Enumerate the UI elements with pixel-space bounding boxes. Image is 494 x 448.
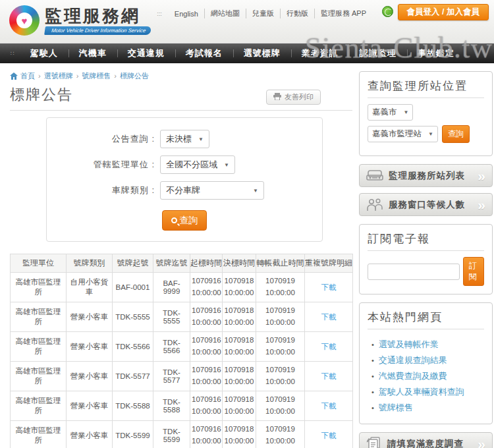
- utility-nav-link[interactable]: 網站地圖: [204, 9, 246, 18]
- table-row: 高雄市區監理所 自用小客貨車 BAF-0001 BAF-9999 1070916…: [11, 273, 353, 302]
- plate-from-cell: TDK-5566: [113, 332, 153, 362]
- station-select[interactable]: 嘉義市監理站 ▼: [368, 126, 438, 142]
- announcement-query-form: 公告查詢 : 未決標 ▼ 管轄監理單位 : 全國不分區域 ▼ 車牌類別 :: [46, 117, 323, 242]
- announcement-label: 公告查詢 :: [47, 133, 160, 145]
- table-header-cell: 決標時間: [223, 254, 256, 273]
- hot-page-link[interactable]: 號牌標售: [371, 400, 484, 416]
- transfer-deadline-cell: 1070919 10:00:00: [256, 391, 305, 421]
- download-link[interactable]: 下載: [321, 432, 337, 439]
- download-link[interactable]: 下載: [321, 343, 337, 350]
- chevron-down-icon: ▼: [428, 131, 433, 137]
- utility-nav-link[interactable]: 兒童版: [246, 9, 280, 18]
- station-list-button[interactable]: 監理服務所站列表 »: [359, 164, 493, 187]
- plate-from-cell: BAF-0001: [113, 273, 153, 302]
- egov-globe-icon[interactable]: [382, 6, 393, 17]
- sidebar: 查詢監理所站位置 嘉義市 ▼ 嘉義市監理站 ▼ 查詢: [359, 71, 493, 448]
- transfer-deadline-cell: 1070919 10:00:00: [256, 421, 305, 448]
- plate-from-cell: TDK-5588: [113, 391, 153, 421]
- download-cell: 下載: [305, 421, 353, 448]
- utility-nav-link[interactable]: English: [169, 10, 204, 18]
- hot-page-link[interactable]: 選號及轉帳作業: [371, 337, 484, 352]
- table-header-cell: 號牌迄號: [153, 254, 190, 273]
- people-icon: [366, 198, 383, 211]
- hot-page-link[interactable]: 駕駛人及車輛資料查詢: [371, 384, 484, 400]
- plate-to-cell: TDK-5577: [153, 362, 190, 391]
- logo-title: 監理服務網: [45, 7, 151, 26]
- plate-from-cell: TDK-5599: [113, 421, 153, 448]
- member-login-button[interactable]: 會員登入 / 加入會員: [398, 4, 489, 20]
- unit-cell: 高雄市區監理所: [11, 421, 67, 448]
- chevron-down-icon: ▼: [198, 136, 204, 142]
- waiting-count-button[interactable]: 服務窗口等候人數 »: [359, 193, 493, 216]
- unit-cell: 高雄市區監理所: [11, 362, 67, 391]
- start-time-cell: 1070916 10:00:00: [190, 421, 223, 448]
- newsletter-subscribe-button[interactable]: 訂閱: [463, 257, 484, 286]
- start-time-cell: 1070916 10:00:00: [190, 391, 223, 421]
- breadcrumb-item[interactable]: 號牌標售: [73, 71, 111, 81]
- table-row: 高雄市區監理所 營業小客車 TDK-5599 TDK-5599 1070916 …: [11, 421, 353, 448]
- main-nav-item[interactable]: 交通違規: [117, 47, 175, 59]
- plate-type-cell: 自用小客貨車: [67, 273, 113, 302]
- table-header-row: 監理單位號牌類別號牌起號號牌迄號起標時間決標時間轉帳截止時間重複號牌明細: [11, 254, 353, 273]
- download-link[interactable]: 下載: [321, 313, 337, 321]
- station-lookup-box: 查詢監理所站位置 嘉義市 ▼ 嘉義市監理站 ▼ 查詢: [359, 71, 493, 156]
- main-nav-item[interactable]: 事故鑑定: [407, 47, 465, 59]
- query-submit-button[interactable]: 查詢: [162, 210, 207, 231]
- transfer-deadline-cell: 1070919 10:00:00: [256, 332, 305, 362]
- bid-time-cell: 1070918 10:00:00: [223, 332, 256, 362]
- site-logo[interactable]: ♥ 監理服務網 Motor Vehicle Driver Information…: [9, 5, 151, 36]
- plate-type-cell: 營業小客車: [67, 362, 113, 391]
- chevron-right-icon: »: [478, 437, 485, 448]
- newsletter-email-input[interactable]: [368, 264, 460, 280]
- main-nav-item[interactable]: 業者資訊: [291, 47, 349, 59]
- breadcrumb-item[interactable]: 標牌公告: [111, 71, 149, 81]
- unit-cell: 高雄市區監理所: [11, 273, 67, 302]
- table-header-cell: 重複號牌明細: [305, 254, 353, 273]
- satisfaction-survey-button[interactable]: 請填寫滿意度調查 »: [359, 432, 493, 448]
- utility-nav-link[interactable]: 行動版: [280, 9, 314, 18]
- city-select[interactable]: 嘉義市 ▼: [368, 104, 413, 121]
- breadcrumb: 首頁選號標牌號牌標售標牌公告: [10, 71, 352, 81]
- download-link[interactable]: 下載: [321, 283, 337, 291]
- bid-time-cell: 1070918 10:00:00: [223, 421, 256, 448]
- breadcrumb-item[interactable]: 首頁: [20, 71, 35, 81]
- plate-to-cell: TDK-5588: [153, 391, 190, 421]
- plate-to-cell: TDK-5566: [153, 332, 190, 362]
- chevron-right-icon: »: [478, 169, 485, 182]
- main-nav-item[interactable]: 汽機車: [69, 47, 117, 59]
- table-header-cell: 號牌起號: [113, 254, 153, 273]
- announcement-select[interactable]: 未決標 ▼: [160, 130, 209, 148]
- newsletter-title: 訂閱電子報: [368, 231, 484, 251]
- bid-time-cell: 1070918 10:00:00: [223, 273, 256, 302]
- logo-pinwheel-icon: ♥: [9, 5, 40, 36]
- breadcrumb-item[interactable]: 選號標牌: [35, 71, 73, 81]
- unit-select[interactable]: 全國不分區域 ▼: [160, 155, 235, 174]
- main-nav: ∷ 駕駛人汽機車交通違規考試報名選號標牌業者資訊認識監理事故鑑定: [0, 43, 494, 63]
- hot-page-link[interactable]: 汽燃費查詢及繳費: [371, 368, 484, 384]
- main-nav-item[interactable]: 駕駛人: [20, 47, 69, 59]
- table-header-cell: 轉帳截止時間: [256, 254, 305, 273]
- main-nav-item[interactable]: 考試報名: [175, 47, 233, 59]
- print-button[interactable]: 友善列印: [266, 90, 321, 105]
- download-cell: 下載: [305, 302, 353, 332]
- home-icon[interactable]: [10, 72, 18, 80]
- download-link[interactable]: 下載: [321, 402, 337, 410]
- logo-subtitle: Motor Vehicle Driver Information Service: [44, 26, 151, 35]
- main-nav-item[interactable]: 選號標牌: [233, 47, 291, 59]
- table-row: 高雄市區監理所 營業小客車 TDK-5577 TDK-5577 1070916 …: [11, 362, 353, 391]
- main-nav-item[interactable]: 認識監理: [349, 47, 407, 59]
- chevron-right-icon: »: [478, 198, 485, 211]
- station-lookup-title: 查詢監理所站位置: [368, 78, 484, 98]
- table-header-cell: 監理單位: [11, 254, 67, 273]
- download-link[interactable]: 下載: [321, 372, 337, 380]
- transfer-deadline-cell: 1070919 10:00:00: [256, 302, 305, 332]
- chevron-down-icon: ▼: [404, 109, 409, 115]
- hot-page-link[interactable]: 交通違規查詢結果: [371, 352, 484, 368]
- station-lookup-submit-button[interactable]: 查詢: [442, 125, 470, 143]
- plate-to-cell: TDK-5555: [153, 302, 190, 332]
- utility-nav-link[interactable]: 監理服務 APP: [314, 9, 372, 18]
- search-icon: [171, 217, 177, 223]
- bid-time-cell: 1070918 10:00:00: [223, 362, 256, 391]
- plate-type-select[interactable]: 不分車牌 ▼: [160, 181, 264, 200]
- transfer-deadline-cell: 1070919 10:00:00: [256, 273, 305, 302]
